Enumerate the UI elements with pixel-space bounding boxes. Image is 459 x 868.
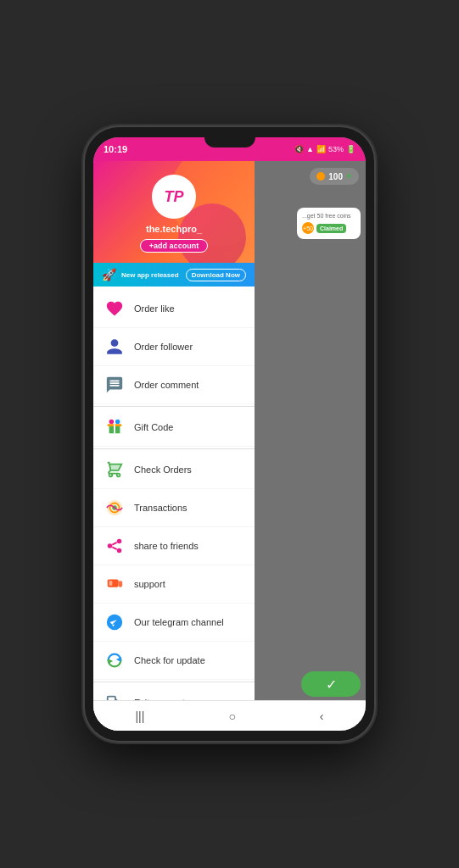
phone-screen: 10:19 🔇 ▲ 📶 53% 🔋 [93,137,366,731]
menu-list: Order like Order follower [93,287,255,731]
screen-content: TP the.techpro_ +add account 🚀 New app r… [93,161,366,731]
promo-title: New app released [121,271,181,279]
share-label: share to friends [134,541,199,551]
menu-item-share[interactable]: share to friends [93,527,255,565]
drawer: TP the.techpro_ +add account 🚀 New app r… [93,161,255,731]
check-orders-label: Check Orders [134,465,192,475]
battery-text: 53% [328,145,344,153]
back-button[interactable]: ‹ [320,709,324,723]
bg-overlay [255,161,366,731]
mute-icon: 🔇 [294,145,304,153]
menu-item-update[interactable]: Check for update [93,642,255,680]
order-like-label: Order like [134,303,175,314]
phone-frame: 10:19 🔇 ▲ 📶 53% 🔋 [85,127,374,741]
transaction-icon [104,497,126,519]
download-now-button[interactable]: Download Now [186,269,246,281]
share-icon [104,535,126,557]
menu-item-check-orders[interactable]: Check Orders [93,451,255,489]
svg-point-10 [117,548,122,554]
menu-item-order-follower[interactable]: Order follower [93,328,255,366]
gift-code-label: Gift Code [134,422,173,432]
person-icon [104,336,126,358]
update-label: Check for update [134,655,205,665]
menu-item-gift-code[interactable]: Gift Code [93,409,255,447]
menu-item-order-like[interactable]: Order like [93,290,255,328]
promo-icon: 🚀 [102,268,116,281]
add-account-button[interactable]: +add account [140,239,208,253]
coins-count: 100 [328,172,343,181]
menu-item-transactions[interactable]: Transactions [93,489,255,527]
order-comment-label: Order comment [134,380,199,390]
promo-card: ...get 50 free coins +50 Claimed [297,208,361,239]
gift-icon [104,416,126,438]
svg-point-1 [115,420,120,425]
battery-icon: 🔋 [346,145,355,153]
update-icon [104,649,126,671]
svg-point-0 [109,420,115,425]
signal-icon: 📶 [316,145,326,153]
bonus-coin: +50 [302,222,314,234]
bonus-amount: +50 [303,225,313,231]
separator-2 [93,448,255,449]
claimed-badge: Claimed [316,224,346,233]
add-coins-icon[interactable]: + [346,170,352,182]
svg-line-12 [112,547,117,549]
svg-point-9 [117,539,122,544]
home-button[interactable]: ○ [228,709,235,723]
bg-content: 100 + ...get 50 free coins +50 Claimed ✓ [255,161,366,731]
support-icon [104,573,126,595]
notch [204,137,255,147]
drawer-header: TP the.techpro_ +add account [93,161,255,263]
separator-1 [93,406,255,407]
promo-banner: 🚀 New app released Download Now [93,263,255,287]
separator-3 [93,682,255,682]
telegram-label: Our telegram channel [134,617,224,627]
transactions-label: Transactions [134,503,188,513]
username: the.techpro_ [104,224,244,234]
recent-apps-button[interactable]: ||| [135,709,144,723]
svg-rect-15 [119,581,123,587]
support-label: support [134,579,165,589]
menu-item-order-comment[interactable]: Order comment [93,366,255,404]
confirm-button[interactable]: ✓ [301,671,361,697]
coin-dot [316,172,325,181]
svg-rect-4 [114,424,115,433]
avatar: TP [152,175,196,219]
svg-rect-14 [109,581,113,586]
heart-icon [104,298,126,320]
status-time: 10:19 [104,144,127,154]
menu-item-support[interactable]: support [93,565,255,604]
order-follower-label: Order follower [134,342,193,352]
svg-point-8 [108,543,113,548]
svg-line-11 [112,542,117,545]
status-icons: 🔇 ▲ 📶 53% 🔋 [294,145,355,153]
wifi-icon: ▲ [306,145,314,153]
comment-icon [104,374,126,396]
svg-marker-18 [109,659,114,664]
nav-bar: ||| ○ ‹ [93,700,366,731]
promo-card-text: ...get 50 free coins [302,213,355,219]
svg-marker-17 [116,657,121,662]
orders-icon [104,459,126,481]
telegram-icon [104,611,126,633]
coins-area: 100 + [310,168,359,185]
menu-item-telegram[interactable]: Our telegram channel [93,604,255,642]
